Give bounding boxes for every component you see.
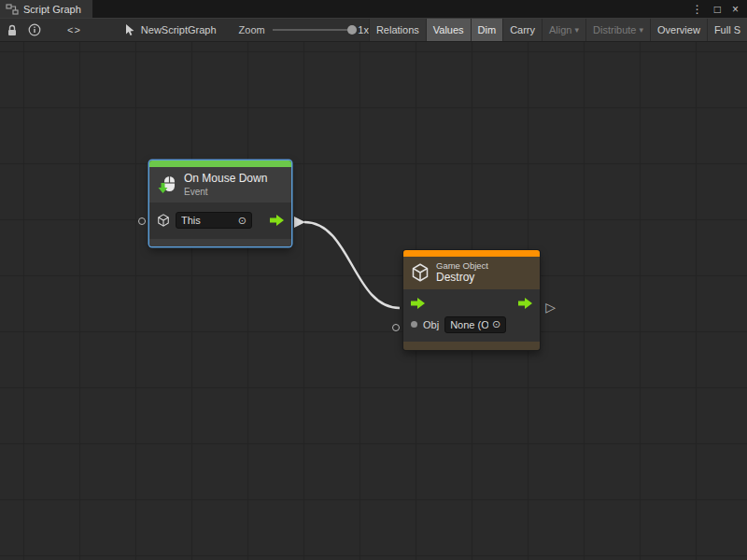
unconnected-output-triangle[interactable]: ▷ <box>545 301 556 314</box>
node-title: Destroy <box>436 272 488 285</box>
toolbar-button-group: Relations Values Dim Carry Align ▾ Distr… <box>369 19 747 41</box>
lock-icon[interactable] <box>7 24 18 36</box>
object-picker-icon[interactable]: ⊙ <box>238 215 247 227</box>
graph-toolbar: <> NewScriptGraph Zoom 1x Relations Valu… <box>0 18 747 42</box>
tab-script-graph[interactable]: Script Graph <box>0 0 92 18</box>
window-controls: ⋮ □ × <box>692 0 747 18</box>
game-object-cube-icon <box>411 263 430 282</box>
object-picker-icon[interactable]: ⊙ <box>492 318 500 330</box>
toolbar-button-distribute[interactable]: Distribute ▾ <box>585 19 650 41</box>
node-accent-bar <box>149 161 291 167</box>
connection-wire <box>0 42 747 560</box>
dropdown-caret-icon: ▾ <box>640 25 644 35</box>
node-header: Game Object Destroy <box>403 257 540 289</box>
game-object-cube-icon <box>157 214 170 227</box>
unity-graph-window: Script Graph ⋮ □ × <> <box>0 0 747 560</box>
toolbar-button-label: Align <box>549 24 571 35</box>
control-input-port[interactable] <box>411 298 425 309</box>
close-icon[interactable]: × <box>732 4 739 15</box>
zoom-value: 1x <box>358 24 369 35</box>
toolbar-button-overview[interactable]: Overview <box>650 19 707 41</box>
value-port-dot[interactable] <box>411 321 417 328</box>
node-subtitle: Event <box>184 187 267 198</box>
toolbar-button-values[interactable]: Values <box>426 19 471 41</box>
control-output-port[interactable] <box>518 298 532 309</box>
obj-field-value: None (O <box>450 319 488 330</box>
toolbar-button-fullscreen[interactable]: Full S <box>707 19 747 41</box>
edit-script-icon[interactable]: <> <box>67 24 81 35</box>
tab-title: Script Graph <box>23 4 81 15</box>
script-graph-icon <box>6 4 19 15</box>
dropdown-caret-icon: ▾ <box>575 25 580 35</box>
maximize-icon[interactable]: □ <box>714 4 721 15</box>
zoom-slider[interactable] <box>273 24 352 35</box>
node-footer <box>403 342 540 350</box>
node-header: On Mouse Down Event <box>149 167 291 203</box>
graph-name-label: NewScriptGraph <box>141 24 217 35</box>
toolbar-button-relations[interactable]: Relations <box>369 19 426 41</box>
node-accent-bar <box>403 250 540 257</box>
tab-bar: Script Graph ⋮ □ × <box>0 0 747 18</box>
node-on-mouse-down[interactable]: On Mouse Down Event This ⊙ <box>149 161 291 246</box>
toolbar-button-dim[interactable]: Dim <box>471 19 503 41</box>
target-field[interactable]: This ⊙ <box>176 212 252 229</box>
zoom-slider-track <box>273 29 352 31</box>
toolbar-button-align[interactable]: Align ▾ <box>542 19 585 41</box>
obj-input-port[interactable] <box>392 324 400 331</box>
obj-label: Obj <box>423 319 439 330</box>
zoom-slider-knob[interactable] <box>347 25 357 35</box>
toolbar-button-carry[interactable]: Carry <box>502 19 542 41</box>
target-input-port[interactable] <box>138 217 146 225</box>
info-icon[interactable] <box>28 23 41 36</box>
obj-field[interactable]: None (O ⊙ <box>444 316 506 333</box>
node-footer <box>149 239 291 246</box>
mouse-down-icon <box>157 175 177 195</box>
zoom-label: Zoom <box>239 24 265 35</box>
window-menu-icon[interactable]: ⋮ <box>692 4 703 15</box>
graph-name-breadcrumb[interactable]: NewScriptGraph <box>124 23 217 36</box>
control-output-port[interactable] <box>270 215 284 226</box>
graph-canvas[interactable]: On Mouse Down Event This ⊙ <box>0 42 747 560</box>
node-destroy[interactable]: Game Object Destroy Obj <box>403 250 540 350</box>
control-flow-row <box>403 293 540 314</box>
node-title: On Mouse Down <box>184 173 267 186</box>
target-input-row: This ⊙ <box>149 208 291 232</box>
target-field-value: This <box>181 215 201 226</box>
pointer-icon <box>124 23 136 36</box>
toolbar-button-label: Distribute <box>593 24 636 35</box>
obj-input-row: Obj None (O ⊙ <box>403 314 540 336</box>
